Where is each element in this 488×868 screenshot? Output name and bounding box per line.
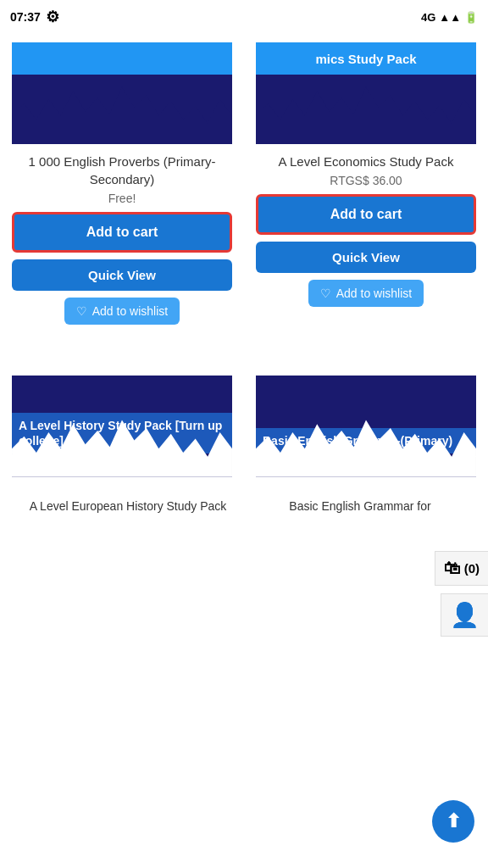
floating-user-button[interactable]: 👤 bbox=[441, 593, 488, 637]
add-to-cart-button-1[interactable]: Add to cart bbox=[12, 212, 232, 253]
svg-marker-0 bbox=[12, 87, 232, 144]
product-1-top-bar bbox=[12, 42, 232, 75]
user-icon: 👤 bbox=[450, 601, 480, 629]
product-2-title: A Level Economics Study Pack bbox=[279, 153, 454, 170]
quick-view-button-2[interactable]: Quick View bbox=[256, 242, 476, 273]
svg-marker-3 bbox=[256, 420, 476, 477]
product-1-price: Free! bbox=[108, 192, 136, 205]
product-1-title: 1 000 English Proverbs (Primary-Secondar… bbox=[12, 153, 232, 188]
mountain-svg-2 bbox=[256, 75, 476, 144]
svg-marker-2 bbox=[12, 420, 232, 477]
product-card-3: A Level History Study Pack [Turn up coll… bbox=[0, 367, 244, 489]
product-grid-bottom: A Level History Study Pack [Turn up coll… bbox=[0, 367, 488, 489]
product-image-4: Basic English Grammar-(Primary) bbox=[256, 376, 476, 477]
mountain-svg-1 bbox=[12, 75, 232, 144]
product-2-price: RTGS$ 36.00 bbox=[330, 174, 402, 187]
mountain-svg-4 bbox=[256, 408, 476, 477]
product-image-3: A Level History Study Pack [Turn up coll… bbox=[12, 376, 232, 477]
product-card-1: 1 000 English Proverbs (Primary-Secondar… bbox=[0, 34, 244, 342]
quick-view-button-1[interactable]: Quick View bbox=[12, 259, 232, 291]
floating-cart-button[interactable]: 🛍 (0) bbox=[435, 551, 488, 586]
svg-marker-1 bbox=[256, 87, 476, 144]
network-label: 4G bbox=[421, 11, 435, 24]
cart-count: (0) bbox=[464, 561, 480, 576]
cart-icon: 🛍 bbox=[444, 559, 461, 578]
product-card-2: mics Study Pack A Level Economics Study … bbox=[244, 34, 488, 342]
wishlist-button-2[interactable]: ♡ Add to wishlist bbox=[308, 280, 424, 307]
wishlist-button-1[interactable]: ♡ Add to wishlist bbox=[64, 298, 180, 325]
heart-icon-2: ♡ bbox=[320, 287, 331, 300]
scroll-to-top-button[interactable]: ⬆ bbox=[432, 800, 474, 843]
signal-icon: ▲▲ bbox=[439, 11, 461, 24]
battery-icon: 🔋 bbox=[464, 11, 478, 24]
chevron-up-icon: ⬆ bbox=[446, 810, 461, 832]
row-spacer bbox=[0, 342, 488, 367]
bottom-titles: A Level European History Study Pack Basi… bbox=[0, 489, 488, 516]
wishlist-label-1: Add to wishlist bbox=[92, 304, 168, 318]
product-card-4: Basic English Grammar-(Primary) bbox=[244, 367, 488, 489]
product-image-2: mics Study Pack bbox=[256, 42, 476, 144]
product-grid: 1 000 English Proverbs (Primary-Secondar… bbox=[0, 34, 488, 342]
add-to-cart-button-2[interactable]: Add to cart bbox=[256, 194, 476, 235]
product-3-title: A Level European History Study Pack bbox=[12, 496, 244, 516]
mountain-svg-3 bbox=[12, 408, 232, 477]
status-right: 4G ▲▲ 🔋 bbox=[421, 11, 478, 24]
wishlist-label-2: Add to wishlist bbox=[336, 287, 412, 300]
heart-icon-1: ♡ bbox=[76, 304, 87, 318]
time-display: 07:37 bbox=[10, 10, 41, 24]
product-2-top-bar: mics Study Pack bbox=[256, 42, 476, 75]
status-bar: 07:37 ⚙ 4G ▲▲ 🔋 bbox=[0, 0, 488, 34]
gear-icon: ⚙ bbox=[46, 8, 59, 26]
status-left: 07:37 ⚙ bbox=[10, 8, 59, 26]
product-4-title: Basic English Grammar for bbox=[244, 496, 476, 516]
product-image-1 bbox=[12, 42, 232, 144]
